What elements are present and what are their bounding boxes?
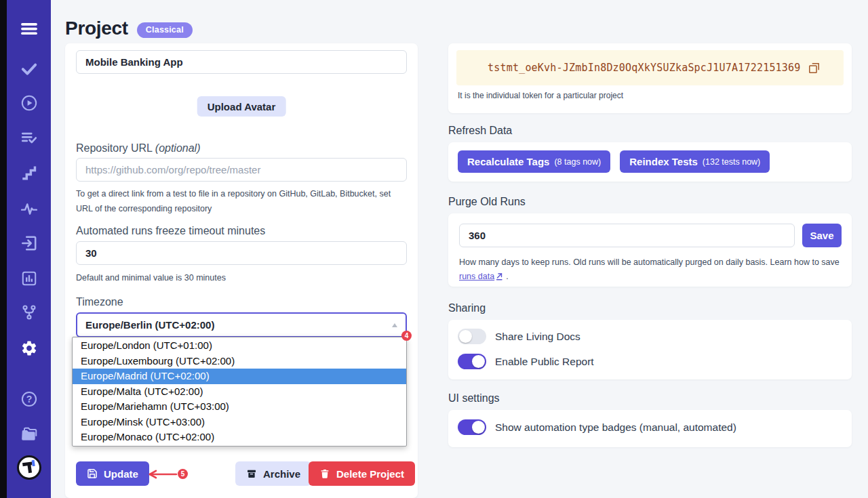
page-title: Project Classical (65, 18, 193, 39)
archive-button[interactable]: Archive (235, 461, 311, 486)
purge-days-input[interactable] (459, 224, 795, 247)
refresh-data-card: Recalculate Tags(8 tags now) Reindex Tes… (448, 142, 852, 182)
sign-in-icon[interactable] (20, 234, 38, 252)
project-token-value: tstmt_oeKvh-JZmbIn8Dz0OqXkYSUZkaSpcJ1U7A… (488, 62, 801, 74)
timezone-option[interactable]: Europe/London (UTC+01:00) (73, 338, 406, 354)
toggle-knob (459, 330, 472, 343)
annotation-arrow-icon (146, 469, 178, 480)
toggle-knob (472, 355, 485, 368)
optional-hint: (optional) (155, 142, 201, 154)
purge-save-button[interactable]: Save (802, 224, 842, 247)
projects-folder-icon[interactable] (20, 426, 38, 443)
app-logo[interactable] (17, 455, 41, 480)
purge-old-runs-heading: Purge Old Runs (448, 196, 526, 208)
settings-gear-icon[interactable] (20, 339, 38, 357)
left-edge-strip (0, 0, 7, 498)
svg-text:?: ? (26, 394, 32, 404)
external-link-icon[interactable] (496, 272, 504, 281)
share-living-docs-label: Share Living Docs (495, 331, 580, 343)
timezone-label: Timezone (76, 296, 123, 308)
copy-icon[interactable] (808, 62, 821, 75)
project-settings-card: Upload Avatar Repository URL (optional) … (65, 43, 418, 498)
repository-url-help: To get a direct link from a test to file… (76, 186, 407, 216)
timezone-option[interactable]: Europe/Luxembourg (UTC+02:00) (73, 354, 406, 369)
menu-icon[interactable] (20, 20, 38, 37)
sidebar: ? (7, 0, 51, 498)
purge-help: How many days to keep runs. Old runs wil… (459, 255, 844, 284)
project-token-card: tstmt_oeKvh-JZmbIn8Dz0OqXkYSUZkaSpcJ1U7A… (448, 43, 852, 113)
annotation-badge-4: 4 (401, 331, 412, 341)
purge-old-runs-card: Save How many days to keep runs. Old run… (448, 213, 852, 287)
project-name-input[interactable] (76, 50, 407, 74)
test-plans-icon[interactable] (20, 129, 38, 146)
reports-chart-icon[interactable] (20, 270, 38, 287)
timezone-dropdown: Europe/London (UTC+01:00) Europe/Luxembo… (72, 337, 407, 447)
runs-play-icon[interactable] (20, 94, 38, 112)
steps-icon[interactable] (20, 164, 38, 182)
automation-badges-toggle[interactable] (458, 419, 486, 435)
select-arrow-icon (392, 323, 397, 327)
timezone-option[interactable]: Europe/Monaco (UTC+02:00) (73, 430, 406, 445)
timezone-option[interactable]: Europe/Minsk (UTC+03:00) (73, 415, 406, 430)
refresh-data-heading: Refresh Data (448, 125, 512, 137)
repository-url-input[interactable] (76, 158, 407, 182)
ui-settings-card: Show automation type badges (manual, aut… (448, 410, 852, 447)
purge-help-text: How many days to keep runs. Old runs wil… (459, 257, 840, 267)
timezone-option[interactable]: Europe/Mariehamn (UTC+03:00) (73, 399, 406, 415)
repository-url-label: Repository URL (optional) (76, 142, 201, 154)
reindex-tests-button[interactable]: Reindex Tests(132 tests now) (620, 150, 770, 173)
timezone-option-selected[interactable]: Europe/Madrid (UTC+02:00) (73, 369, 406, 384)
help-icon[interactable]: ? (20, 390, 38, 408)
upload-avatar-button[interactable]: Upload Avatar (197, 96, 286, 117)
share-living-docs-toggle[interactable] (458, 329, 486, 344)
purge-help-period: . (506, 272, 508, 281)
activity-pulse-icon[interactable] (20, 200, 38, 217)
token-caption: It is the individual token for a particu… (458, 91, 623, 100)
toggle-knob (472, 421, 485, 434)
freeze-timeout-help: Default and minimal value is 30 minutes (76, 270, 407, 285)
runs-data-link[interactable]: runs data (459, 272, 494, 281)
enable-public-report-label: Enable Public Report (495, 356, 594, 368)
timezone-select[interactable]: Europe/Berlin (UTC+02:00) (76, 312, 407, 337)
ui-settings-heading: UI settings (448, 392, 500, 404)
sharing-card: Share Living Docs Enable Public Report (448, 320, 852, 379)
freeze-timeout-input[interactable] (76, 241, 407, 265)
automation-badges-label: Show automation type badges (manual, aut… (495, 421, 736, 434)
token-box: tstmt_oeKvh-JZmbIn8Dz0OqXkYSUZkaSpcJ1U7A… (456, 50, 844, 85)
tests-check-icon[interactable] (20, 60, 38, 77)
save-icon (87, 468, 98, 479)
logo-t-mark (18, 456, 41, 479)
freeze-timeout-label: Automated runs freeze timeout minutes (76, 225, 265, 237)
page-title-text: Project (65, 18, 128, 39)
recalculate-tags-button[interactable]: Recalculate Tags(8 tags now) (458, 150, 610, 173)
trash-icon (319, 468, 330, 479)
update-button[interactable]: Update (76, 461, 149, 486)
delete-project-button[interactable]: Delete Project (309, 461, 415, 486)
sharing-heading: Sharing (448, 302, 486, 314)
timezone-selected-value: Europe/Berlin (UTC+02:00) (85, 319, 214, 331)
classical-badge: Classical (137, 22, 193, 38)
enable-public-report-toggle[interactable] (458, 354, 486, 369)
git-fork-icon[interactable] (20, 304, 38, 321)
archive-icon (246, 468, 257, 479)
timezone-option[interactable]: Europe/Malta (UTC+02:00) (73, 384, 406, 400)
annotation-badge-5: 5 (178, 469, 188, 479)
